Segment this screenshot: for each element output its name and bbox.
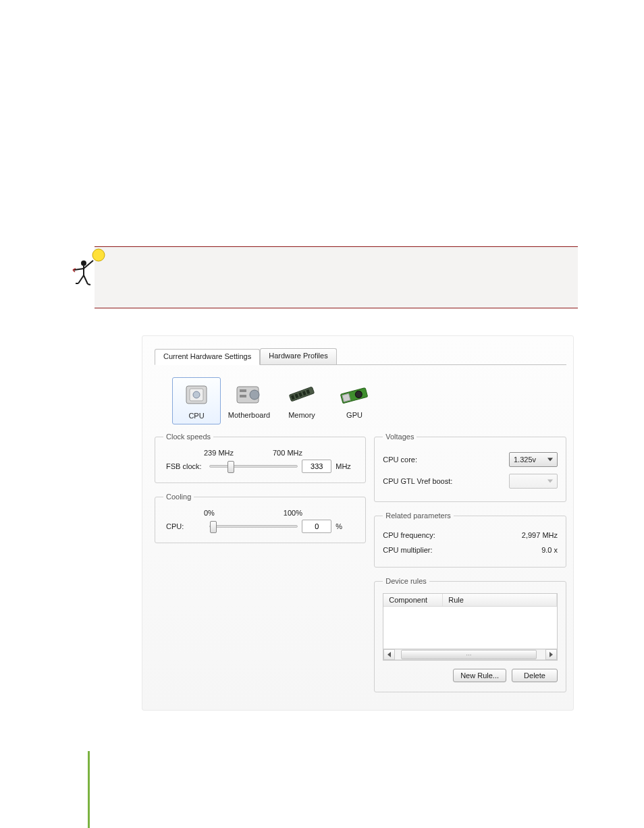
related-parameters-group: Related parameters CPU frequency: 2,997 … bbox=[374, 512, 566, 568]
page-accent-bar bbox=[88, 751, 90, 828]
tab-current-hardware-settings[interactable]: Current Hardware Settings bbox=[155, 349, 260, 365]
category-memory[interactable]: Memory bbox=[277, 377, 326, 424]
scroll-track[interactable]: ··· bbox=[395, 649, 545, 660]
category-gpu-label: GPU bbox=[331, 408, 377, 419]
cpu-core-select-value: 1.325v bbox=[514, 456, 536, 464]
cooling-max-label: 100% bbox=[284, 509, 302, 517]
hardware-settings-panel: Current Hardware Settings Hardware Profi… bbox=[142, 335, 574, 711]
svg-rect-17 bbox=[342, 393, 350, 402]
scroll-thumb[interactable]: ··· bbox=[401, 650, 536, 659]
cpu-frequency-value: 2,997 MHz bbox=[522, 531, 558, 539]
chevron-right-icon bbox=[549, 652, 553, 657]
device-rules-table: Component Rule ··· bbox=[383, 593, 558, 661]
cooling-min-label: 0% bbox=[204, 509, 215, 517]
category-motherboard-label: Motherboard bbox=[226, 408, 272, 419]
cpu-core-select[interactable]: 1.325v bbox=[509, 452, 558, 467]
cpu-frequency-label: CPU frequency: bbox=[383, 531, 435, 539]
cpu-gtl-vref-label: CPU GTL Vref boost: bbox=[383, 477, 452, 485]
delete-rule-button[interactable]: Delete bbox=[512, 669, 558, 682]
cpu-gtl-vref-select bbox=[509, 474, 558, 489]
chevron-down-icon bbox=[547, 480, 553, 483]
svg-point-1 bbox=[81, 260, 86, 266]
category-gpu[interactable]: GPU bbox=[330, 377, 379, 424]
fsb-clock-label: FSB clock: bbox=[166, 462, 205, 470]
new-rule-button[interactable]: New Rule... bbox=[453, 669, 506, 682]
fsb-clock-thumb[interactable] bbox=[227, 461, 234, 473]
svg-rect-8 bbox=[240, 395, 246, 397]
chevron-down-icon bbox=[547, 458, 553, 462]
cpu-icon bbox=[174, 381, 219, 409]
tab-hardware-profiles[interactable]: Hardware Profiles bbox=[260, 348, 336, 364]
tip-figure-icon bbox=[69, 247, 109, 287]
cpu-multiplier-label: CPU multiplier: bbox=[383, 546, 432, 554]
device-rules-group: Device rules Component Rule ··· bbox=[374, 577, 566, 692]
svg-point-4 bbox=[193, 391, 200, 398]
clock-speeds-legend: Clock speeds bbox=[163, 433, 213, 441]
cooling-cpu-label: CPU: bbox=[166, 522, 205, 530]
svg-rect-7 bbox=[240, 389, 246, 392]
clock-speeds-group: Clock speeds 239 MHz 700 MHz FSB clock: bbox=[155, 433, 366, 483]
category-cpu[interactable]: CPU bbox=[172, 377, 221, 424]
fsb-max-label: 700 MHz bbox=[273, 449, 302, 457]
voltages-legend: Voltages bbox=[383, 433, 417, 441]
tip-bar bbox=[95, 246, 578, 308]
fsb-clock-slider[interactable] bbox=[209, 465, 298, 468]
category-row: CPU Motherboard bbox=[155, 373, 566, 433]
cooling-cpu-value-input[interactable] bbox=[302, 520, 331, 533]
cpu-multiplier-value: 9.0 x bbox=[541, 546, 558, 554]
svg-point-6 bbox=[250, 390, 259, 399]
chevron-left-icon bbox=[387, 652, 391, 657]
fsb-clock-value-input[interactable] bbox=[302, 460, 331, 473]
scroll-right-button[interactable] bbox=[545, 649, 557, 660]
memory-icon bbox=[279, 380, 325, 408]
cooling-cpu-slider[interactable] bbox=[209, 525, 298, 528]
fsb-clock-unit: MHz bbox=[336, 462, 354, 470]
device-rules-hscroll[interactable]: ··· bbox=[383, 648, 557, 660]
gpu-icon bbox=[331, 380, 377, 408]
category-cpu-label: CPU bbox=[174, 409, 219, 420]
settings-tabs: Current Hardware Settings Hardware Profi… bbox=[155, 348, 566, 365]
cooling-cpu-unit: % bbox=[336, 522, 354, 530]
related-parameters-legend: Related parameters bbox=[383, 512, 454, 520]
voltages-group: Voltages CPU core: 1.325v CPU GTL Vref b… bbox=[374, 433, 566, 502]
device-rules-legend: Device rules bbox=[383, 577, 429, 585]
fsb-min-label: 239 MHz bbox=[204, 449, 234, 457]
category-memory-label: Memory bbox=[279, 408, 325, 419]
device-rules-header-component[interactable]: Component bbox=[383, 594, 443, 606]
cooling-legend: Cooling bbox=[163, 493, 194, 501]
cooling-cpu-thumb[interactable] bbox=[210, 521, 217, 533]
scroll-left-button[interactable] bbox=[383, 649, 395, 660]
device-rules-body bbox=[383, 607, 557, 648]
category-motherboard[interactable]: Motherboard bbox=[225, 377, 273, 424]
device-rules-header-rule[interactable]: Rule bbox=[443, 594, 557, 606]
cooling-group: Cooling 0% 100% CPU: % bbox=[155, 493, 366, 543]
motherboard-icon bbox=[226, 380, 272, 408]
cpu-core-label: CPU core: bbox=[383, 456, 417, 464]
svg-point-0 bbox=[92, 249, 105, 261]
